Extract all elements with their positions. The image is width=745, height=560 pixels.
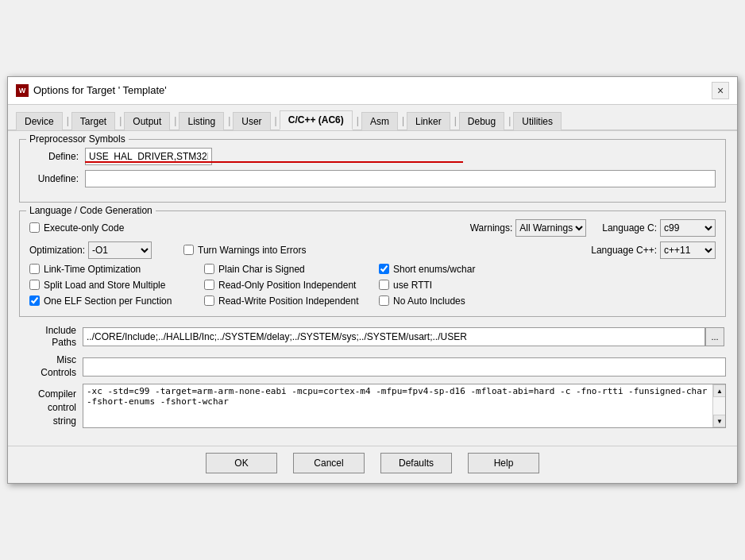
read-only-pos-row: Read-Only Position Independent [204,280,379,291]
main-window: W Options for Target ' Template' × Devic… [7,76,738,484]
tab-output[interactable]: Output [124,112,170,130]
defaults-button[interactable]: Defaults [380,453,452,473]
execute-only-row: Execute-only Code [29,222,124,234]
optimization-select[interactable]: -O1 [88,241,152,259]
define-row: Define: [29,148,716,165]
read-write-pos-checkbox[interactable] [204,295,214,306]
tab-debug[interactable]: Debug [459,112,504,130]
cancel-button[interactable]: Cancel [293,453,365,473]
no-auto-includes-row: No Auto Includes [379,295,465,307]
help-button[interactable]: Help [468,453,539,473]
misc-controls-label: MiscControls [19,354,83,379]
turn-warnings-label: Turn Warnings into Errors [198,245,306,256]
no-auto-includes-label: No Auto Includes [393,295,465,307]
use-rtti-row: use RTTI [379,280,432,291]
tab-asm[interactable]: Asm [361,112,398,130]
link-time-opt-label: Link-Time Optimization [44,264,141,275]
language-title: Language / Code Generation [26,205,156,216]
compiler-control-wrap: -xc -std=c99 -target=arm-arm-none-eabi -… [83,384,726,428]
language-cpp-select[interactable]: c++11 [660,241,716,259]
ok-button[interactable]: OK [206,453,277,473]
tab-target[interactable]: Target [71,112,115,130]
execute-only-checkbox[interactable] [29,222,40,233]
plain-char-checkbox[interactable] [204,264,214,274]
short-enums-checkbox[interactable] [379,264,389,274]
window-title: Options for Target ' Template' [33,84,167,96]
close-button[interactable]: × [712,82,729,99]
tab-listing[interactable]: Listing [179,112,224,130]
include-paths-input[interactable] [83,327,705,346]
misc-controls-input[interactable] [83,357,726,377]
read-only-pos-checkbox[interactable] [204,280,214,290]
link-time-opt-checkbox[interactable] [29,264,40,274]
compiler-control-textarea[interactable]: -xc -std=c99 -target=arm-arm-none-eabi -… [83,384,712,427]
scroll-track [713,397,725,415]
tab-user[interactable]: User [233,112,270,130]
misc-controls-section: MiscControls [19,354,726,379]
plain-char-label: Plain Char is Signed [218,264,305,275]
short-enums-label: Short enums/wchar [393,264,475,275]
warnings-select[interactable]: All Warnings [515,219,586,237]
tab-utilities[interactable]: Utilities [513,112,562,130]
one-elf-label: One ELF Section per Function [44,295,172,307]
read-write-pos-row: Read-Write Position Independent [204,295,379,307]
split-load-row: Split Load and Store Multiple [29,280,204,291]
app-icon: W [16,84,29,97]
language-group: Language / Code Generation Execute-only … [19,210,726,317]
one-elf-checkbox[interactable] [29,295,40,306]
define-underline [85,161,463,163]
scroll-up-arrow[interactable]: ▲ [713,384,726,397]
compiler-control-section: Compilercontrolstring -xc -std=c99 -targ… [19,384,726,428]
warnings-label: Warnings: [470,222,513,234]
language-cpp-label: Language C++: [591,245,657,256]
preprocessor-group: Preprocessor Symbols Define: Undefine: [19,139,726,203]
tab-cpp-ac6[interactable]: C/C++ (AC6) [280,110,353,130]
no-auto-includes-checkbox[interactable] [379,295,389,306]
undefine-label: Undefine: [29,173,85,184]
link-time-opt-row: Link-Time Optimization [29,264,204,275]
read-write-pos-label: Read-Write Position Independent [218,295,359,307]
include-paths-section: IncludePaths ... [19,325,726,350]
compiler-control-label: Compilercontrolstring [19,384,83,427]
tabs-bar: Device | Target | Output | Listing | Use… [8,105,737,131]
use-rtti-label: use RTTI [393,280,432,291]
optimization-label: Optimization: [29,245,85,256]
footer: OK Cancel Defaults Help [8,446,737,483]
title-bar: W Options for Target ' Template' × [8,77,737,105]
define-label: Define: [29,151,85,162]
read-only-pos-label: Read-Only Position Independent [218,280,356,291]
tab-linker[interactable]: Linker [407,112,450,130]
undefine-input[interactable] [85,170,716,187]
tab-device[interactable]: Device [16,112,63,130]
turn-warnings-checkbox[interactable] [183,245,194,255]
scroll-down-arrow[interactable]: ▼ [713,415,726,427]
plain-char-row: Plain Char is Signed [204,264,379,275]
turn-warnings-row: Turn Warnings into Errors [183,245,306,256]
include-paths-label: IncludePaths [19,325,83,350]
split-load-label: Split Load and Store Multiple [44,280,165,291]
one-elf-row: One ELF Section per Function [29,295,204,307]
split-load-checkbox[interactable] [29,280,40,290]
undefine-row: Undefine: [29,170,716,187]
short-enums-row: Short enums/wchar [379,264,475,275]
compiler-scrollbar: ▲ ▼ [712,384,725,427]
svg-text:W: W [19,87,26,95]
title-bar-left: W Options for Target ' Template' [16,84,167,97]
preprocessor-title: Preprocessor Symbols [26,133,129,145]
language-c-label: Language C: [602,222,657,234]
include-paths-browse-button[interactable]: ... [705,327,724,346]
use-rtti-checkbox[interactable] [379,280,389,290]
language-c-select[interactable]: c99 [660,219,716,237]
execute-only-label: Execute-only Code [44,222,124,234]
content-area: Preprocessor Symbols Define: Undefine: L… [8,131,737,442]
